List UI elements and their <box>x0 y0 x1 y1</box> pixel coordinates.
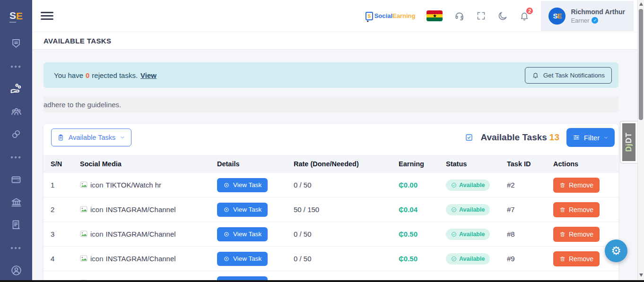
trash-icon <box>559 231 566 238</box>
django-debug-toolbar-handle[interactable]: DjDT <box>620 121 638 163</box>
profile-icon <box>10 265 22 276</box>
menu-toggle-button[interactable] <box>41 10 53 22</box>
sidebar-item-earnings[interactable] <box>0 77 32 100</box>
cell-sn: 2 <box>44 205 73 214</box>
sidebar-item-profile[interactable] <box>0 259 32 282</box>
sidebar-item-users[interactable] <box>0 100 32 123</box>
check-circle-icon <box>451 256 457 262</box>
checkbox-checked-icon <box>465 133 473 142</box>
brand-logo[interactable]: $ SocialEarning ★ <box>366 12 416 20</box>
fullscreen-button[interactable] <box>476 11 486 21</box>
cell-task-id: #2 <box>500 181 546 189</box>
remove-task-button[interactable]: Remove <box>553 251 600 266</box>
notifications-button[interactable]: 2 <box>519 11 530 21</box>
status-badge: Available <box>446 253 490 265</box>
eye-icon <box>223 256 230 262</box>
cell-sn: 4 <box>44 255 73 263</box>
sidebar-item-transactions[interactable] <box>0 214 32 236</box>
status-badge: Available <box>446 179 490 191</box>
cell-sn: 1 <box>44 181 73 189</box>
broken-image-alt: icon <box>90 230 104 238</box>
col-social-media: Social Media <box>73 160 210 168</box>
col-details: Details <box>210 160 287 168</box>
get-task-notifications-button[interactable]: Get Task Notifications <box>525 67 612 84</box>
chevron-down-icon <box>603 135 609 140</box>
broken-image-alt: icon <box>90 181 104 189</box>
broken-image-icon <box>80 181 88 188</box>
social-media-name: TIKTOK/Watch hr <box>106 181 162 189</box>
invoice-icon <box>10 219 22 231</box>
support-button[interactable] <box>454 10 465 21</box>
view-task-button[interactable]: View Task <box>217 227 268 241</box>
eye-icon <box>223 182 230 188</box>
sliders-icon <box>573 134 580 141</box>
bell-icon <box>532 72 539 79</box>
tasks-card: Available Tasks Available Tasks13 Filter… <box>44 124 618 282</box>
main-content: You have 0 rejected tasks. View Get Task… <box>32 50 644 282</box>
bottom-edge-strip <box>0 280 644 282</box>
sidebar-logo[interactable]: SE <box>0 0 32 32</box>
col-rate: Rate (Done/Needed) <box>287 160 392 168</box>
broken-image-alt: icon <box>90 255 104 263</box>
vertical-scrollbar[interactable] <box>637 0 644 282</box>
djdt-label: DjDT <box>622 123 635 161</box>
trash-icon <box>559 182 566 188</box>
cell-rate: 0 / 50 <box>287 230 392 238</box>
brand-text: SocialEarning <box>374 12 416 19</box>
cell-rate: 0 / 50 <box>287 255 392 263</box>
scroll-down-arrow-icon[interactable] <box>639 273 643 277</box>
cell-rate: 50 / 150 <box>287 205 392 214</box>
remove-task-button[interactable]: Remove <box>553 202 600 217</box>
broken-image-icon <box>80 206 88 213</box>
cell-task-id: #8 <box>500 230 546 238</box>
cell-rate: 0 / 50 <box>287 181 392 189</box>
sidebar-item-links[interactable] <box>0 123 32 145</box>
top-header: $ SocialEarning ★ ★ 2 SE <box>32 0 644 32</box>
view-task-button[interactable]: View Task <box>217 252 268 266</box>
broken-image-alt: icon <box>90 205 104 214</box>
avatar: SE <box>548 8 566 25</box>
settings-fab[interactable]: ⚙ <box>605 239 627 262</box>
scrollbar-thumb[interactable] <box>639 9 643 120</box>
sidebar-item-wallet[interactable] <box>0 168 32 191</box>
hand-coins-icon <box>10 83 22 95</box>
user-menu[interactable]: SE Richmond Arthur Earner✓ <box>541 1 634 31</box>
broken-image-icon <box>80 231 88 238</box>
view-rejected-link[interactable]: View <box>140 71 157 79</box>
remove-task-button[interactable]: Remove <box>553 227 600 242</box>
social-media-name: INSTAGRAM/Channel <box>106 205 176 214</box>
available-tasks-checkbox[interactable] <box>465 133 473 142</box>
available-tasks-count: 13 <box>549 132 559 142</box>
check-circle-icon <box>451 231 457 237</box>
filter-button[interactable]: Filter <box>566 128 615 147</box>
fullscreen-icon <box>476 11 486 21</box>
tasks-toolbar: Available Tasks Available Tasks13 Filter <box>44 124 618 155</box>
cell-task-id: #7 <box>500 205 546 214</box>
table-row: 3 icon INSTAGRAM/Channel View Task 0 / 5… <box>44 222 618 247</box>
list-title: Available Tasks13 <box>480 132 559 143</box>
dark-mode-toggle[interactable] <box>497 11 508 21</box>
check-circle-icon <box>451 182 457 188</box>
cell-social-media: icon INSTAGRAM/Channel <box>73 255 210 263</box>
task-type-dropdown[interactable]: Available Tasks <box>51 128 131 146</box>
sidebar-item-shield[interactable] <box>0 32 32 55</box>
sidebar: SE ●●● ●●● ●●● <box>0 0 32 282</box>
table-header: S/N Social Media Details Rate (Done/Need… <box>44 155 618 173</box>
col-earning: Earning <box>392 160 439 168</box>
user-name: Richmond Arthur <box>571 8 625 16</box>
wallet-icon <box>10 174 22 185</box>
col-sn: S/N <box>44 160 73 168</box>
sidebar-item-bank[interactable] <box>0 191 32 214</box>
trash-icon <box>559 206 566 213</box>
sidebar-divider-dots: ●●● <box>0 55 32 77</box>
social-media-name: INSTAGRAM/Channel <box>106 255 176 263</box>
social-media-name: INSTAGRAM/Channel <box>106 230 176 238</box>
page-title-bar: AVAILABLE TASKS <box>32 32 644 50</box>
view-task-button[interactable]: View Task <box>217 203 268 217</box>
scroll-up-arrow-icon[interactable] <box>639 2 643 6</box>
view-task-button[interactable]: View Task <box>217 178 268 192</box>
ghana-flag-icon[interactable]: ★ <box>426 10 443 21</box>
brand-ghana-flag-icon: ★ <box>364 19 372 24</box>
check-circle-icon <box>451 207 457 213</box>
remove-task-button[interactable]: Remove <box>553 178 600 193</box>
